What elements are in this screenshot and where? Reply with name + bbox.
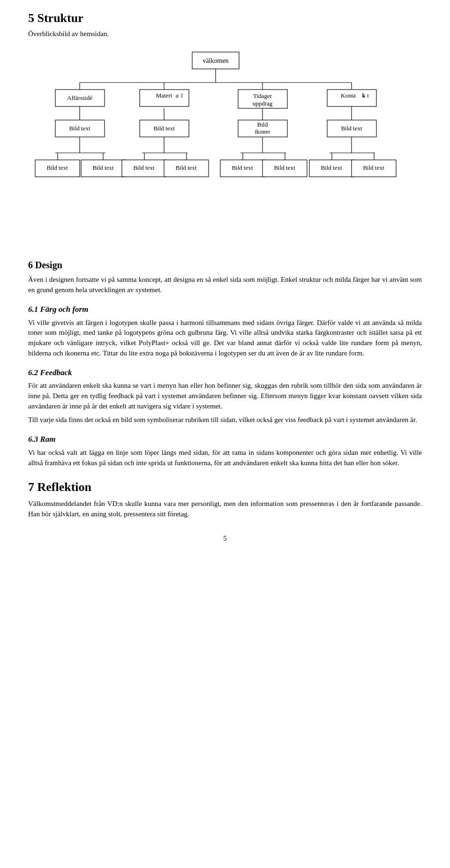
svg-text:ikoner: ikoner [255, 128, 270, 135]
svg-text:Bild  text: Bild text [321, 164, 342, 171]
svg-text:Affärssidé: Affärssidé [67, 94, 92, 101]
svg-text:Bild: Bild [257, 121, 268, 128]
svg-text:a: a [176, 92, 179, 99]
svg-text:Bild  text: Bild text [341, 125, 362, 132]
section61-p1: Vi ville givetvis att färgen i logotypen… [28, 318, 422, 359]
section5-title: 5 Struktur [28, 9, 422, 27]
section6-intro: Även i designen fortsatte vi på samma ko… [28, 275, 422, 295]
svg-text:Bild  text: Bild text [363, 164, 384, 171]
svg-text:t: t [367, 92, 369, 99]
svg-text:Bild  text: Bild text [92, 164, 114, 171]
svg-text:välkomen: välkomen [202, 57, 228, 64]
svg-text:Materi: Materi [156, 92, 172, 99]
section7-title: 7 Reflektion [28, 478, 422, 496]
section62-p1: För att användaren enkelt ska kunna se v… [28, 381, 422, 411]
svg-text:Tidager: Tidager [253, 92, 272, 99]
section7-p1: Välkomstmeddelandet från VD:n skulle kun… [28, 499, 422, 520]
section5-subtitle: Överblicksbild av hemsidan. [28, 29, 422, 39]
section62-p2: Till varje sida finns det också en bild … [28, 415, 422, 425]
svg-text:Bild  text: Bild text [133, 164, 155, 171]
svg-text:Konta: Konta [341, 92, 356, 99]
page-number: 5 [28, 534, 422, 544]
tree-diagram: välkomen Affärssidé Materi a l Tidager u… [28, 47, 422, 244]
section63-title: 6.3 Ram [28, 434, 422, 445]
svg-text:Bild  text: Bild text [46, 164, 68, 171]
section62-title: 6.2 Feedback [28, 367, 422, 379]
section6-title: 6 Design [28, 258, 422, 272]
svg-text:uppdrag: uppdrag [253, 100, 273, 107]
svg-text:k: k [362, 92, 366, 99]
section61-title: 6.1 Färg och form [28, 304, 422, 316]
svg-text:Bild  text: Bild text [175, 164, 197, 171]
svg-text:Bild  text: Bild text [153, 125, 175, 132]
svg-text:Bild  text: Bild text [69, 125, 90, 132]
svg-text:l: l [181, 92, 183, 99]
section63-p1: Vi har också valt att lägga en linje som… [28, 448, 422, 468]
svg-text:Bild  text: Bild text [274, 164, 295, 171]
svg-text:Bild  text: Bild text [232, 164, 253, 171]
